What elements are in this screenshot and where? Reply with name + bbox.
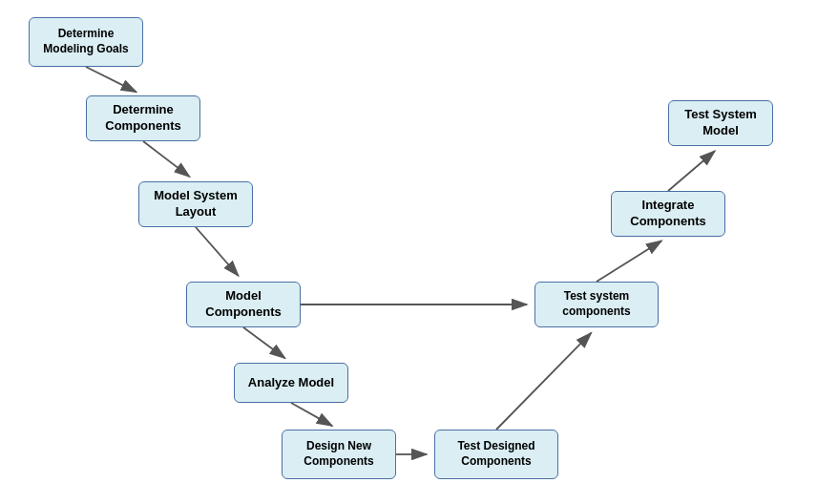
model-components: Model Components — [186, 282, 301, 327]
analyze-model: Analyze Model — [234, 363, 348, 403]
determine-modeling-goals: Determine Modeling Goals — [29, 17, 143, 67]
integrate-components: Integrate Components — [611, 191, 725, 237]
svg-line-2 — [143, 141, 190, 177]
svg-line-7 — [496, 333, 591, 430]
test-system-components: Test system components — [534, 282, 659, 327]
svg-line-4 — [243, 327, 285, 358]
svg-line-1 — [86, 67, 136, 92]
model-system-layout: Model System Layout — [138, 181, 253, 227]
design-new-components: Design New Components — [282, 430, 396, 479]
svg-line-3 — [196, 227, 239, 276]
svg-line-10 — [668, 151, 715, 191]
determine-components: Determine Components — [86, 95, 200, 141]
svg-line-5 — [291, 403, 332, 426]
test-designed-components: Test Designed Components — [434, 430, 558, 479]
svg-line-9 — [597, 241, 661, 282]
diagram-container: Determine Modeling GoalsDetermine Compon… — [0, 0, 817, 504]
test-system-model: Test System Model — [668, 100, 773, 146]
arrows-svg — [0, 0, 817, 504]
